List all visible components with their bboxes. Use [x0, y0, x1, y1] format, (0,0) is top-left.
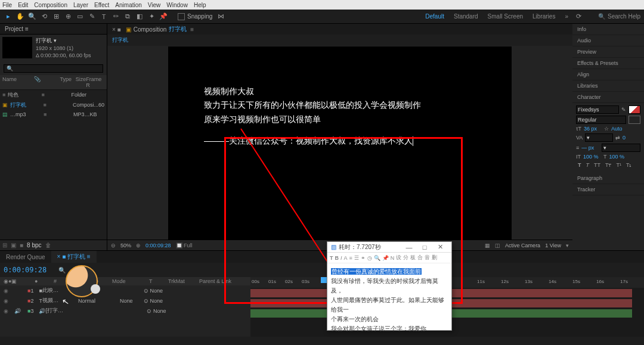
- panel-character[interactable]: Character: [572, 92, 644, 103]
- pin-icon[interactable]: 📌: [382, 255, 389, 261]
- selection-tool-icon[interactable]: ▸: [4, 12, 13, 21]
- pen-tool-icon[interactable]: ✎: [87, 12, 97, 21]
- tool-cn3[interactable]: 板: [410, 254, 416, 262]
- parent-dropdown[interactable]: ⊙ None: [147, 308, 166, 314]
- tool-cn6[interactable]: 删: [432, 254, 437, 262]
- stroke-width-input[interactable]: — px: [581, 145, 599, 151]
- vscale-input[interactable]: 100 %: [583, 154, 601, 160]
- panel-paragraph[interactable]: Paragraph: [572, 173, 644, 184]
- font-style-dropdown[interactable]: Regular: [576, 116, 626, 124]
- list-item[interactable]: ■纯色■Folder: [0, 90, 107, 100]
- interpret-icon[interactable]: ⊞: [2, 242, 7, 248]
- superscript-button[interactable]: T¹: [615, 161, 624, 169]
- tool-cn2[interactable]: 分: [403, 254, 408, 262]
- panel-audio[interactable]: Audio: [572, 35, 644, 46]
- menu-edit[interactable]: Edit: [18, 2, 28, 8]
- list-icon[interactable]: ≡: [349, 255, 352, 261]
- workspace-more-icon[interactable]: »: [565, 13, 568, 20]
- allcaps-button[interactable]: TT: [592, 161, 602, 169]
- viewer[interactable]: 视频制作大叔 致力于让天下所有的小伙伴都能以极低的投入学会视频制作 原来学习视频…: [107, 46, 572, 240]
- menu-effect[interactable]: Effect: [94, 2, 109, 8]
- search-icon[interactable]: 🔍: [374, 255, 380, 261]
- view-option-icon[interactable]: ▾: [566, 243, 569, 248]
- workspace-smallscreen[interactable]: Small Screen: [488, 13, 523, 20]
- new-folder-icon[interactable]: ▣: [11, 242, 16, 248]
- composition-canvas[interactable]: 视频制作大叔 致力于让天下所有的小伙伴都能以极低的投入学会视频制作 原来学习视频…: [168, 46, 512, 240]
- snap-option-icon[interactable]: ⋈: [216, 12, 225, 21]
- popup-titlebar[interactable]: ▧ 耗时：7.7207秒 — □ ✕: [327, 242, 451, 253]
- project-search-input[interactable]: [4, 64, 103, 73]
- visibility-toggle[interactable]: ◉: [4, 308, 14, 314]
- panel-preview[interactable]: Preview: [572, 46, 644, 58]
- camera-dropdown[interactable]: Active Camera: [505, 243, 540, 248]
- menu-view[interactable]: View: [148, 2, 161, 8]
- views-dropdown[interactable]: 1 View: [545, 243, 561, 248]
- trash-icon[interactable]: 🗑: [45, 242, 51, 248]
- maximize-button[interactable]: □: [417, 244, 432, 251]
- viewer-timecode[interactable]: 0:00:09:28: [145, 243, 171, 248]
- clone-tool-icon[interactable]: ⧉: [123, 12, 132, 21]
- tool-cn1[interactable]: 设: [396, 254, 401, 262]
- list-item[interactable]: ▤…mp3■MP3…KB: [0, 110, 107, 119]
- timeline-timecode[interactable]: 0:00:09:28: [4, 266, 47, 274]
- grid-icon[interactable]: ▦: [485, 243, 490, 248]
- subscript-button[interactable]: T₁: [624, 161, 634, 169]
- blend-mode-dropdown[interactable]: Normal: [78, 298, 108, 304]
- parent-dropdown[interactable]: ⊙ None: [144, 298, 163, 304]
- layer-row[interactable]: ◉ ■2 T 视频… Normal None ⊙ None: [0, 296, 250, 306]
- eraser-tool-icon[interactable]: ◧: [135, 12, 144, 21]
- link-icon[interactable]: ⚭: [361, 255, 366, 261]
- camera-tool-icon[interactable]: ⊞: [51, 12, 61, 21]
- color-swatch[interactable]: [628, 105, 640, 114]
- list-item[interactable]: ▣打字机■Composi...60: [0, 100, 107, 110]
- zoom-dropdown[interactable]: 50%: [120, 243, 131, 248]
- panel-libraries[interactable]: Libraries: [572, 80, 644, 92]
- panel-align[interactable]: Align: [572, 69, 644, 80]
- new-comp-icon[interactable]: ■: [20, 242, 23, 248]
- workspace-standard[interactable]: Standard: [454, 13, 478, 20]
- comp-breadcrumb[interactable]: 打字机: [107, 35, 572, 46]
- brush-tool-icon[interactable]: ✏: [111, 12, 120, 21]
- panel-info[interactable]: Info: [572, 24, 644, 35]
- menu-file[interactable]: File: [2, 2, 12, 8]
- stroke-swatch[interactable]: [628, 116, 640, 124]
- list2-icon[interactable]: ☰: [354, 255, 359, 261]
- stroke-over-dropdown[interactable]: ▾: [602, 144, 640, 152]
- mask-icon[interactable]: ◫: [495, 243, 500, 248]
- project-selected-item[interactable]: 打字机 ▾ 1920 x 1080 (1) Δ 0:00:30:00, 60.0…: [0, 35, 107, 62]
- align-icon[interactable]: A: [344, 255, 348, 261]
- visibility-toggle[interactable]: ◉: [4, 298, 14, 304]
- rotate-tool-icon[interactable]: ⟲: [39, 12, 49, 21]
- puppet-tool-icon[interactable]: 📌: [159, 12, 168, 21]
- shape-tool-icon[interactable]: ▭: [75, 12, 85, 21]
- snapping-toggle[interactable]: Snapping: [178, 13, 212, 20]
- timeline-comp-tab[interactable]: × ■ 打字机 ≡: [51, 251, 97, 263]
- hscale-input[interactable]: 100 %: [609, 154, 627, 160]
- panel-effects[interactable]: Effects & Presets: [572, 58, 644, 69]
- project-list[interactable]: ■纯色■Folder ▣打字机■Composi...60 ▤…mp3■MP3…K…: [0, 90, 107, 240]
- roto-tool-icon[interactable]: ✦: [147, 12, 156, 21]
- parent-dropdown[interactable]: ⊙ None: [144, 288, 163, 294]
- workspace-default[interactable]: Default: [425, 13, 444, 20]
- workspace-libraries[interactable]: Libraries: [532, 13, 555, 20]
- search-help-input[interactable]: Search Help: [598, 13, 640, 20]
- menu-help[interactable]: Help: [194, 2, 206, 8]
- tool-cn5[interactable]: 音: [425, 254, 430, 262]
- underline-icon[interactable]: I: [340, 255, 342, 261]
- bpc-toggle[interactable]: 8 bpc: [27, 242, 41, 248]
- zoom-tool-icon[interactable]: 🔍: [27, 12, 37, 21]
- layer-row[interactable]: ◉ ■1 ■ 此映… Normal ⊙ None: [0, 285, 250, 296]
- zoom-out-icon[interactable]: ⊖: [111, 243, 116, 248]
- tool-n[interactable]: N: [391, 255, 395, 261]
- panel-tracker[interactable]: Tracker: [572, 184, 644, 195]
- zoom-in-icon[interactable]: ⊕: [136, 243, 141, 248]
- close-button[interactable]: ✕: [432, 243, 448, 251]
- smallcaps-button[interactable]: Tᴛ: [603, 161, 614, 169]
- italic-button[interactable]: T: [584, 161, 592, 169]
- bold-icon[interactable]: T: [330, 255, 333, 261]
- menu-layer[interactable]: Layer: [73, 2, 88, 8]
- hand-tool-icon[interactable]: ✋: [16, 12, 25, 21]
- res-dropdown[interactable]: 🔲 Full: [176, 243, 193, 248]
- comp-tab[interactable]: 打字机: [169, 25, 187, 33]
- bold-button[interactable]: T: [576, 161, 583, 169]
